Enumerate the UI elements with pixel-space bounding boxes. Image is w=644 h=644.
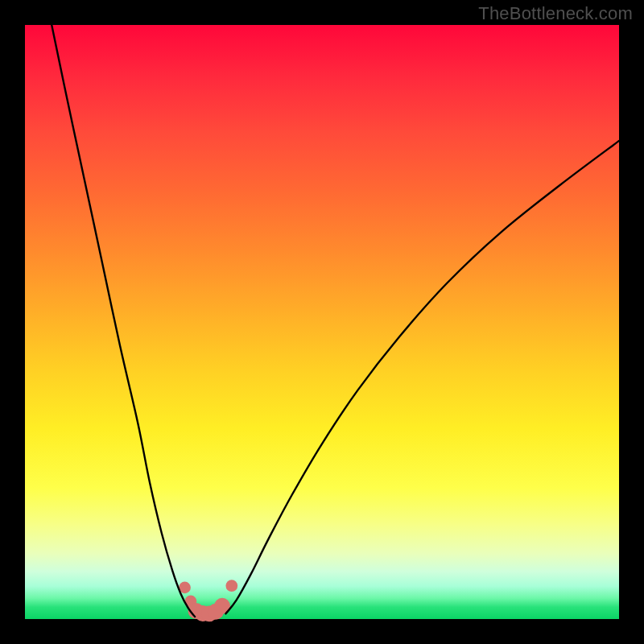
plot-area	[25, 25, 619, 619]
valley-dots	[179, 580, 237, 621]
chart-frame: TheBottleneck.com	[0, 0, 644, 644]
valley-dot	[225, 580, 237, 592]
curve-left-branch	[52, 25, 195, 617]
curve-layer	[25, 25, 619, 619]
attribution-label: TheBottleneck.com	[478, 3, 633, 24]
curve-right-branch	[225, 141, 619, 613]
